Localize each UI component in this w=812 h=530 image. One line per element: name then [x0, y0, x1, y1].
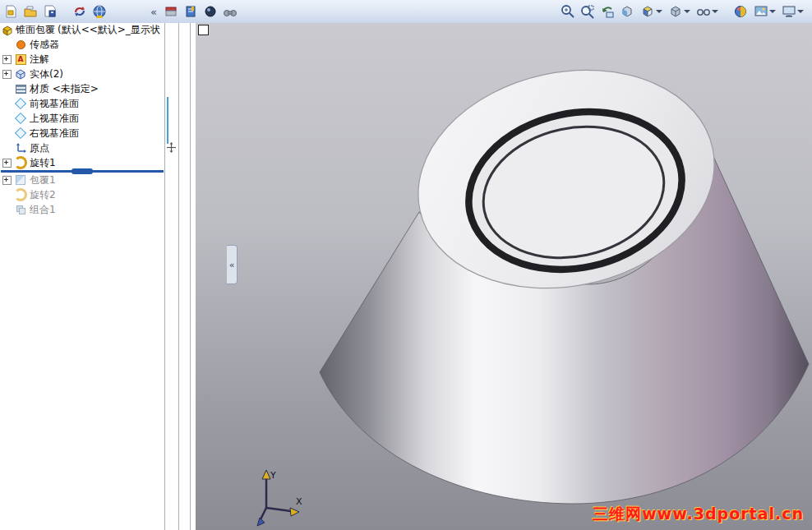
panel-collapse-tab[interactable]: «: [227, 245, 238, 284]
tree-item-material[interactable]: 材质 <未指定>: [0, 81, 164, 96]
tree-item-label: 上视基准面: [30, 112, 79, 126]
revolve-icon: [14, 189, 27, 200]
save-icon: [43, 4, 58, 19]
file-explorer-icon: [203, 4, 218, 19]
panel-toolbar-group: [162, 2, 239, 21]
shaded-cube-icon: [668, 4, 683, 19]
application-window: «: [0, 0, 812, 530]
edit-appearance-button[interactable]: [731, 2, 750, 21]
rollback-bar[interactable]: [1, 170, 164, 173]
sensor-icon: [14, 39, 27, 50]
tree-item-revolve2[interactable]: 旋转2: [0, 187, 164, 202]
part-icon: [2, 25, 13, 36]
material-icon: [14, 83, 27, 94]
tree-item-annotations[interactable]: 注解: [0, 52, 164, 67]
move-arrows-icon: [166, 141, 177, 156]
plane-icon: [14, 98, 27, 109]
tree-item-label: 前视基准面: [30, 97, 79, 111]
part-name: 锥面包覆: [16, 23, 55, 37]
toolbox-button[interactable]: [162, 2, 180, 21]
tree-item-sensors[interactable]: 传感器: [0, 37, 164, 52]
zoom-to-fit-button[interactable]: [559, 2, 577, 21]
expand-icon[interactable]: [2, 176, 12, 185]
options-button[interactable]: [90, 2, 108, 21]
panel-divider-line: [190, 23, 191, 530]
expand-icon[interactable]: [2, 70, 12, 79]
panel-collapse-group: «: [147, 2, 160, 21]
panel-divider-line: [178, 23, 179, 530]
dropdown-caret-icon: [684, 10, 690, 13]
origin-axes-icon: [15, 142, 26, 154]
tree-item-solid-bodies[interactable]: 实体(2): [0, 67, 164, 81]
feature-tree-panel: 锥面包覆 (默认<<默认>_显示状 传感器 注解 实体(2): [0, 23, 165, 530]
expand-icon[interactable]: [2, 55, 12, 64]
open-document-button[interactable]: [21, 2, 39, 21]
tree-item-right-plane[interactable]: 右视基准面: [0, 126, 164, 141]
new-document-button[interactable]: [2, 2, 20, 21]
dropdown-caret-icon: [769, 10, 776, 13]
watermark-text: 三维网www.3dportal.cn: [593, 504, 804, 525]
eyeglasses-icon: [696, 4, 711, 19]
triad-y-label: Y: [270, 470, 276, 481]
tree-item-label: 右视基准面: [30, 127, 79, 141]
monitor-icon: [782, 4, 796, 19]
design-library-icon: [183, 4, 198, 19]
viewport-corner-box: [198, 25, 209, 35]
tree-item-top-plane[interactable]: 上视基准面: [0, 111, 164, 126]
tree-item-origin[interactable]: 原点: [0, 141, 164, 155]
plane-icon: [14, 113, 27, 124]
previous-view-icon: [600, 4, 615, 19]
wrap-icon: [14, 174, 27, 186]
toolbox-icon: [164, 4, 178, 19]
section-view-icon: [620, 4, 634, 19]
model-frustum[interactable]: [196, 23, 812, 530]
tree-root-item[interactable]: 锥面包覆 (默认<<默认>_显示状: [0, 23, 164, 37]
tree-item-label: 组合1: [30, 203, 56, 217]
tree-item-label: 传感器: [30, 38, 59, 52]
new-document-icon: [3, 4, 18, 19]
reference-triad: Y X: [243, 465, 317, 530]
part-config-suffix: (默认<<默认>_显示状: [58, 23, 160, 37]
hide-show-items-button[interactable]: [694, 2, 720, 21]
tree-item-label: 包覆1: [30, 173, 56, 187]
previous-view-button[interactable]: [598, 2, 616, 21]
triad-x-label: X: [296, 496, 302, 507]
search-button[interactable]: [221, 2, 239, 21]
design-library-button[interactable]: [182, 2, 200, 21]
main-toolbar: «: [0, 0, 812, 24]
scene-icon: [754, 4, 768, 19]
dropdown-caret-icon: [712, 10, 718, 13]
file-toolbar-group: [2, 2, 108, 21]
view-settings-button[interactable]: [779, 2, 805, 21]
tree-item-label: 注解: [30, 53, 49, 67]
file-explorer-button[interactable]: [201, 2, 219, 21]
tree-item-label: 旋转2: [30, 188, 56, 202]
tree-item-label: 旋转1: [30, 156, 56, 170]
view-orientation-button[interactable]: [638, 2, 664, 21]
section-view-button[interactable]: [618, 2, 636, 21]
origin-icon: [14, 142, 27, 154]
dropdown-caret-icon: [797, 10, 804, 13]
graphics-viewport[interactable]: « Y X 三维网www.3dportal.cn: [196, 23, 812, 530]
globe-icon: [92, 4, 107, 19]
expand-icon[interactable]: [2, 159, 12, 168]
magnifier-area-icon: [580, 4, 595, 19]
collapse-panel-button[interactable]: «: [147, 2, 160, 21]
tree-item-combine1[interactable]: 组合1: [0, 202, 164, 217]
tree-item-wrap1[interactable]: 包覆1: [0, 173, 164, 187]
cube-icon: [15, 68, 26, 80]
apply-scene-button[interactable]: [751, 2, 777, 21]
binoculars-icon: [223, 4, 238, 19]
zoom-to-area-button[interactable]: [579, 2, 597, 21]
view-toolbar-group: [559, 2, 805, 21]
plane-icon: [14, 127, 27, 139]
tree-item-label: 原点: [30, 141, 49, 155]
rebuild-icon: [72, 4, 87, 19]
rebuild-button[interactable]: [71, 2, 89, 21]
view-cube-icon: [640, 4, 655, 19]
panel-strip: [165, 23, 196, 530]
tree-item-front-plane[interactable]: 前视基准面: [0, 96, 164, 111]
save-document-button[interactable]: [41, 2, 59, 21]
magnifier-icon: [561, 4, 575, 19]
display-style-button[interactable]: [666, 2, 692, 21]
